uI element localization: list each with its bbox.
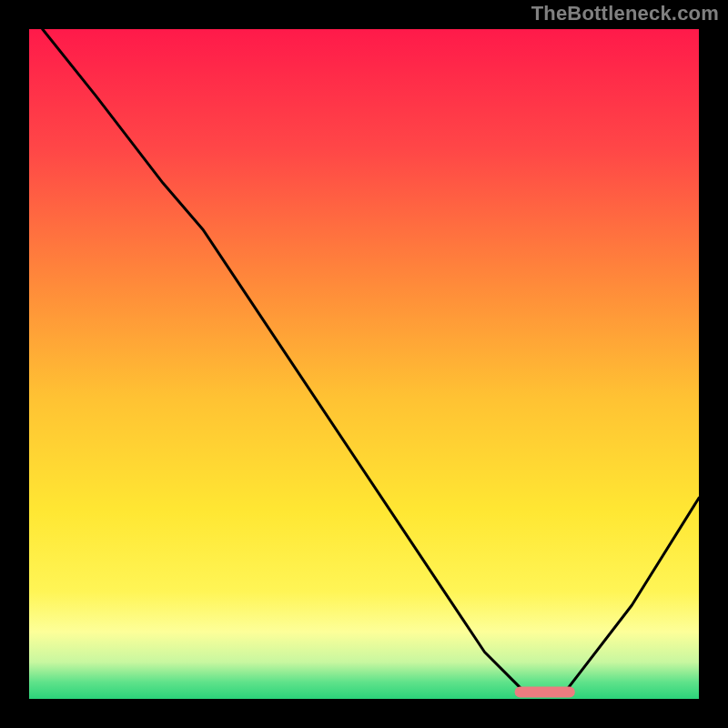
chart-stage: TheBottleneck.com xyxy=(0,0,728,728)
bottleneck-chart xyxy=(0,0,728,728)
watermark-text: TheBottleneck.com xyxy=(531,2,719,25)
optimal-indicator xyxy=(515,687,575,698)
gradient-background xyxy=(29,29,699,699)
